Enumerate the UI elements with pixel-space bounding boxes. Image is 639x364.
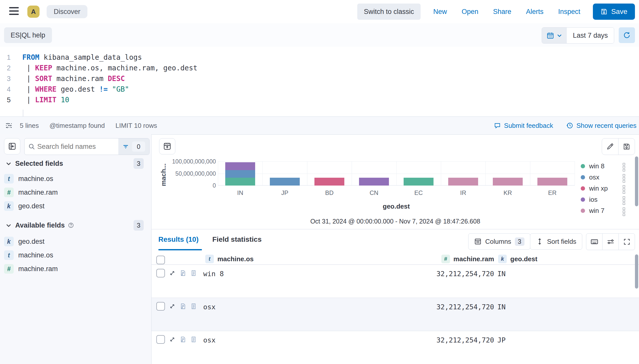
doc-remove-icon[interactable] <box>180 303 186 310</box>
gridline-vertical <box>218 161 218 186</box>
section-header-selected-fields[interactable]: Selected fields3 <box>0 158 151 169</box>
top-link-alerts[interactable]: Alerts <box>524 8 545 16</box>
cell-machine-os[interactable]: osx <box>203 336 216 344</box>
field-item-geo-dest[interactable]: kgeo.dest <box>4 201 45 211</box>
field-item-machine-ram[interactable]: #machine.ram <box>4 187 58 197</box>
field-item-geo-dest[interactable]: kgeo.dest <box>4 236 45 247</box>
cell-machine-os[interactable]: win 8 <box>203 270 224 278</box>
doc-details-icon[interactable] <box>190 336 197 343</box>
results-divider <box>152 229 639 229</box>
legend-item-win-8[interactable]: win 8 <box>581 161 605 171</box>
fullscreen-button[interactable] <box>618 234 635 250</box>
cell-geo-dest[interactable]: IN <box>497 270 506 278</box>
bar-segment-win-8-IN[interactable] <box>225 178 255 186</box>
legend-item-ios[interactable]: ios <box>581 195 597 204</box>
legend-item-actions-icon[interactable] <box>622 196 625 206</box>
legend-item-actions-icon[interactable] <box>622 185 625 194</box>
expand-row-icon[interactable] <box>169 270 176 276</box>
top-link-new[interactable]: New <box>432 8 448 16</box>
x-axis-tick-EC: EC <box>396 189 441 196</box>
legend-item-win-xp[interactable]: win xp <box>581 184 608 193</box>
submit-feedback-link[interactable]: Submit feedback <box>492 122 555 130</box>
row-checkbox[interactable] <box>156 335 165 344</box>
select-all-checkbox[interactable] <box>156 256 165 264</box>
date-picker-quick-menu[interactable] <box>542 28 567 43</box>
esql-help-button[interactable]: ES|QL help <box>4 27 52 43</box>
switch-to-classic-button[interactable]: Switch to classic <box>357 4 421 20</box>
bar-segment-osx-JP[interactable] <box>270 178 300 186</box>
bar-segment-win-8-EC[interactable] <box>404 178 434 186</box>
table-scrollbar[interactable] <box>635 254 638 289</box>
cell-geo-dest[interactable]: IN <box>497 303 506 311</box>
row-controls <box>156 269 197 277</box>
field-item-machine-ram[interactable]: #machine.ram <box>4 264 58 274</box>
time-range-value[interactable]: Last 7 days <box>567 28 614 43</box>
field-item-machine-os[interactable]: tmachine.os <box>4 250 53 260</box>
refresh-button[interactable] <box>619 27 635 43</box>
refresh-icon <box>623 31 631 39</box>
space-avatar[interactable]: A <box>27 6 40 18</box>
save-visualization-button[interactable] <box>618 138 635 155</box>
doc-remove-icon[interactable] <box>180 336 186 343</box>
collapse-sidebar-button[interactable] <box>4 138 20 154</box>
bar-segment-win-7-ER[interactable] <box>537 178 567 186</box>
cell-machine-os[interactable]: osx <box>203 303 216 311</box>
legend-item-actions-icon[interactable] <box>622 208 625 217</box>
esql-editor[interactable]: 12345 FROM kibana_sample_data_logs | KEE… <box>0 47 639 116</box>
column-header-geo-dest[interactable]: kgeo.dest <box>498 255 537 263</box>
toggle-chart-button[interactable] <box>159 138 175 154</box>
cell-machine-ram[interactable]: 32,212,254,720 <box>436 336 494 344</box>
row-checkbox[interactable] <box>156 269 165 277</box>
chart-actions-group <box>602 138 635 155</box>
row-checkbox[interactable] <box>156 302 165 311</box>
columns-button[interactable]: Columns 3 <box>468 233 530 250</box>
section-count-badge: 3 <box>134 220 144 231</box>
gridline-vertical <box>575 161 575 186</box>
bar-segment-win-xp-BD[interactable] <box>314 178 344 186</box>
bar-segment-win-7-IR[interactable] <box>448 178 478 186</box>
legend-item-actions-icon[interactable] <box>622 174 625 183</box>
legend-label: ios <box>589 196 597 204</box>
bar-segment-osx-IN[interactable] <box>225 170 255 178</box>
bar-segment-ios-IN[interactable] <box>225 162 255 170</box>
help-icon[interactable] <box>68 222 74 228</box>
editor-code-line: | LIMIT 10 <box>22 95 69 105</box>
legend-item-win-7[interactable]: win 7 <box>581 206 605 215</box>
bar-segment-ios-CN[interactable] <box>359 178 389 186</box>
column-header-machine-ram[interactable]: #machine.ram <box>441 255 494 263</box>
edit-visualization-button[interactable] <box>602 138 618 155</box>
menu-icon[interactable] <box>9 7 19 16</box>
search-field-names-input[interactable] <box>35 143 118 151</box>
bar-chart-plot[interactable] <box>218 161 575 186</box>
chart-scrollbar[interactable] <box>635 156 638 206</box>
editor-settings-icon[interactable] <box>5 122 13 129</box>
legend-label: osx <box>589 173 599 181</box>
doc-details-icon[interactable] <box>190 303 197 310</box>
sort-fields-button[interactable]: Sort fields <box>530 233 582 250</box>
top-link-open[interactable]: Open <box>460 8 480 16</box>
legend-item-osx[interactable]: osx <box>581 173 599 182</box>
field-item-machine-os[interactable]: tmachine.os <box>4 174 53 184</box>
top-link-inspect[interactable]: Inspect <box>557 8 582 16</box>
save-button[interactable]: Save <box>593 4 635 20</box>
keyboard-shortcuts-button[interactable] <box>586 234 602 250</box>
breadcrumb[interactable]: Discover <box>47 5 87 18</box>
field-filter-button[interactable]: 0 <box>118 138 149 155</box>
legend-item-actions-icon[interactable] <box>622 163 625 172</box>
top-link-share[interactable]: Share <box>492 8 513 16</box>
section-header-available-fields[interactable]: Available fields3 <box>0 220 151 231</box>
column-header-machine-os[interactable]: tmachine.os <box>205 255 254 263</box>
show-recent-queries-link[interactable]: Show recent queries <box>565 122 638 130</box>
cell-machine-ram[interactable]: 32,212,254,720 <box>436 270 494 278</box>
cell-geo-dest[interactable]: JP <box>497 336 506 344</box>
display-options-button[interactable] <box>602 234 618 250</box>
doc-remove-icon[interactable] <box>180 270 186 276</box>
expand-row-icon[interactable] <box>169 303 176 310</box>
bar-segment-win-7-KR[interactable] <box>493 178 523 186</box>
sort-icon <box>536 238 543 245</box>
doc-details-icon[interactable] <box>190 270 197 276</box>
expand-row-icon[interactable] <box>169 336 176 343</box>
tab-results[interactable]: Results (10) <box>158 235 199 244</box>
tab-field-statistics[interactable]: Field statistics <box>212 235 262 244</box>
cell-machine-ram[interactable]: 32,212,254,720 <box>436 303 494 311</box>
